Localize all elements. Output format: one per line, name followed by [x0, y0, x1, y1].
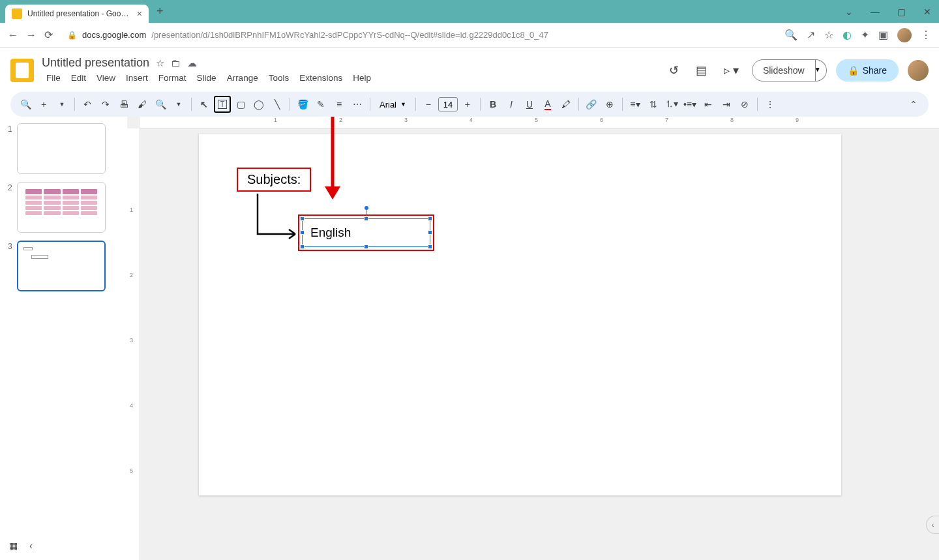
zoom-icon[interactable]: 🔍: [152, 96, 169, 113]
browser-tab-bar: Untitled presentation - Google Sl × + ⌄ …: [0, 0, 939, 23]
line-tool-icon[interactable]: ╲: [269, 96, 286, 113]
document-title[interactable]: Untitled presentation: [42, 56, 149, 70]
search-menus-icon[interactable]: 🔍: [17, 96, 34, 113]
italic-icon[interactable]: I: [503, 96, 520, 113]
zoom-dropdown-icon[interactable]: ▼: [170, 96, 187, 113]
increase-indent-icon[interactable]: ⇥: [718, 96, 735, 113]
account-avatar[interactable]: [908, 60, 929, 81]
sidepanel-icon[interactable]: ▣: [878, 29, 888, 41]
border-weight-icon[interactable]: ≡: [331, 96, 348, 113]
slides-favicon: [12, 8, 22, 19]
slide-thumb-2[interactable]: [17, 182, 106, 233]
menu-extensions[interactable]: Extensions: [295, 71, 347, 85]
menu-view[interactable]: View: [92, 71, 120, 85]
more-icon[interactable]: ⋮: [762, 96, 779, 113]
grid-view-icon[interactable]: ▦: [9, 540, 18, 551]
browser-tab[interactable]: Untitled presentation - Google Sl ×: [5, 5, 149, 23]
underline-icon[interactable]: U: [521, 96, 538, 113]
cloud-status-icon[interactable]: ☁: [187, 57, 197, 69]
textbox-english[interactable]: English: [302, 218, 430, 247]
bookmark-icon[interactable]: ☆: [824, 29, 833, 41]
reload-icon[interactable]: ⟳: [44, 29, 53, 41]
menu-edit[interactable]: Edit: [67, 71, 91, 85]
fill-color-icon[interactable]: 🪣: [294, 96, 311, 113]
extension-icon[interactable]: ◐: [842, 29, 852, 41]
font-size-input[interactable]: 14: [438, 97, 458, 111]
canvas-area[interactable]: 1 2 3 4 5 6 7 8 9 1 2 3 4 5 Subjects:: [127, 117, 939, 560]
undo-icon[interactable]: ↶: [79, 96, 96, 113]
window-controls: ⌄ — ▢ ✕: [842, 7, 934, 17]
paint-format-icon[interactable]: 🖌: [134, 96, 151, 113]
slide-thumb-3[interactable]: [17, 241, 106, 291]
slideshow-dropdown[interactable]: ▼: [809, 59, 827, 81]
browser-nav-bar: ← → ⟳ 🔒 docs.google.com/presentation/d/1…: [0, 23, 939, 48]
comments-icon[interactable]: ▤: [692, 59, 711, 81]
shape-tool-icon[interactable]: ◯: [250, 96, 267, 113]
comment-icon[interactable]: ⊕: [601, 96, 618, 113]
menu-format[interactable]: Format: [154, 71, 191, 85]
highlight-icon[interactable]: 🖍: [558, 96, 574, 113]
border-color-icon[interactable]: ✎: [312, 96, 329, 113]
text-color-icon[interactable]: A: [539, 96, 556, 113]
meet-icon[interactable]: ▹ ▾: [720, 59, 743, 81]
slide-panel[interactable]: 1 2 3: [0, 117, 127, 560]
lock-icon: 🔒: [67, 31, 77, 40]
increase-font-icon[interactable]: +: [459, 96, 476, 113]
nav-actions: 🔍 ↗ ☆ ◐ ✦ ▣ ⋮: [784, 28, 931, 42]
chevron-down-icon[interactable]: ⌄: [842, 7, 856, 17]
new-slide-icon[interactable]: +: [35, 96, 52, 113]
vertical-ruler: 1 2 3 4 5: [127, 128, 140, 560]
print-icon[interactable]: 🖶: [115, 96, 132, 113]
back-icon[interactable]: ←: [8, 29, 18, 41]
clear-format-icon[interactable]: ⊘: [736, 96, 753, 113]
select-tool-icon[interactable]: ↖: [196, 96, 213, 113]
url-host: docs.google.com: [82, 30, 146, 40]
slides-logo[interactable]: [10, 59, 34, 82]
minimize-icon[interactable]: —: [869, 7, 882, 17]
textbox-subjects[interactable]: Subjects:: [237, 168, 311, 192]
new-tab-button[interactable]: +: [156, 5, 164, 18]
textbox-tool-icon[interactable]: 🅃: [214, 96, 231, 113]
new-slide-dropdown-icon[interactable]: ▼: [53, 96, 70, 113]
decrease-indent-icon[interactable]: ⇤: [700, 96, 717, 113]
close-tab-icon[interactable]: ×: [137, 8, 142, 19]
share-button[interactable]: 🔒 Share: [836, 59, 899, 81]
slide-canvas[interactable]: Subjects: English: [199, 134, 841, 495]
menu-file[interactable]: File: [42, 71, 65, 85]
numbered-list-icon[interactable]: ⒈▾: [663, 96, 680, 113]
menu-slide[interactable]: Slide: [192, 71, 221, 85]
align-icon[interactable]: ≡▾: [627, 96, 644, 113]
menu-tools[interactable]: Tools: [264, 71, 294, 85]
menu-arrange[interactable]: Arrange: [222, 71, 263, 85]
profile-avatar[interactable]: [897, 28, 912, 42]
slide-thumb-1[interactable]: [17, 123, 106, 174]
share-page-icon[interactable]: ↗: [807, 29, 815, 41]
menu-icon[interactable]: ⋮: [921, 29, 931, 41]
menu-insert[interactable]: Insert: [121, 71, 153, 85]
address-bar[interactable]: 🔒 docs.google.com/presentation/d/1sh0dlB…: [61, 30, 777, 40]
redo-icon[interactable]: ↷: [97, 96, 114, 113]
collapse-filmstrip-icon[interactable]: ‹: [29, 540, 33, 551]
image-tool-icon[interactable]: ▢: [232, 96, 249, 113]
move-icon[interactable]: 🗀: [171, 57, 181, 69]
decrease-font-icon[interactable]: −: [420, 96, 437, 113]
link-icon[interactable]: 🔗: [583, 96, 600, 113]
zoom-icon[interactable]: 🔍: [784, 29, 797, 41]
explore-button[interactable]: ‹: [926, 516, 939, 534]
toolbar: 🔍 + ▼ ↶ ↷ 🖶 🖌 🔍 ▼ ↖ 🅃 ▢ ◯ ╲ 🪣 ✎ ≡ ⋯ Aria…: [10, 92, 929, 117]
extensions-icon[interactable]: ✦: [861, 29, 869, 41]
border-dash-icon[interactable]: ⋯: [349, 96, 366, 113]
close-window-icon[interactable]: ✕: [921, 7, 934, 17]
slideshow-button[interactable]: Slideshow: [752, 59, 816, 81]
line-spacing-icon[interactable]: ⇅: [645, 96, 662, 113]
history-icon[interactable]: ↺: [665, 59, 683, 81]
bold-icon[interactable]: B: [484, 96, 501, 113]
bulleted-list-icon[interactable]: •≡▾: [681, 96, 698, 113]
star-icon[interactable]: ☆: [156, 57, 164, 69]
font-family-select[interactable]: Arial ▼: [374, 100, 411, 110]
forward-icon[interactable]: →: [26, 29, 37, 41]
collapse-toolbar-icon[interactable]: ⌃: [905, 96, 922, 113]
maximize-icon[interactable]: ▢: [895, 7, 908, 17]
menu-help[interactable]: Help: [348, 71, 376, 85]
slide-number: 2: [8, 182, 17, 233]
